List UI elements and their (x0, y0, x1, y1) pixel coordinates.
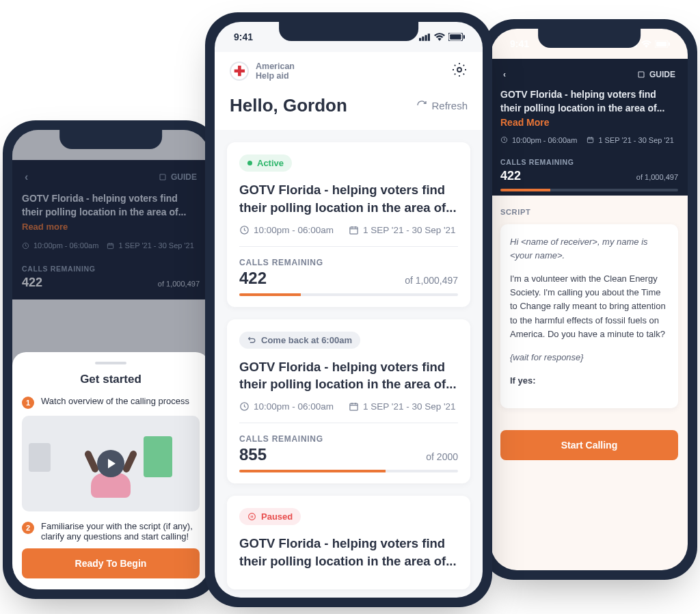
time-meta: 10:00pm - 06:00am (239, 401, 334, 412)
ready-to-begin-button[interactable]: Ready To Begin (22, 548, 200, 578)
back-icon[interactable]: ‹ (503, 70, 506, 79)
guide-button[interactable]: GUIDE (637, 70, 675, 79)
battery-icon (655, 40, 670, 48)
campaign-title: GOTV Florida - helping voters find their… (22, 191, 200, 233)
calendar-icon (107, 242, 114, 250)
campaign-title: GOTV Florida - helping voters find their… (500, 88, 678, 129)
time-meta: 10:00pm - 06:00am (239, 225, 334, 235)
wifi-icon (163, 142, 173, 149)
return-icon (247, 336, 256, 345)
svg-rect-14 (656, 42, 667, 46)
clock-icon (22, 242, 29, 250)
svg-rect-8 (108, 243, 113, 248)
calendar-icon (349, 225, 359, 235)
step-2: 2 Familiarise your with the script (if a… (22, 521, 200, 542)
progress-bar (500, 189, 678, 191)
progress-bar (239, 470, 458, 472)
settings-button[interactable] (451, 62, 468, 81)
script-label: SCRIPT (500, 208, 678, 216)
calls-total: of 2000 (426, 451, 458, 462)
brand-text: American Help aid (256, 62, 295, 81)
campaign-title: GOTV Florida - helping voters find their… (239, 535, 458, 570)
calls-remaining-value: 422 (239, 269, 267, 288)
refresh-button[interactable]: Refresh (416, 100, 468, 111)
progress-bar (239, 293, 458, 296)
read-more-link[interactable]: Read More (500, 117, 550, 128)
time-meta: 10:00pm - 06:00am (500, 136, 577, 144)
refresh-icon (416, 100, 427, 111)
app-logo-icon: ✚ (230, 62, 249, 81)
calls-remaining-value: 422 (500, 169, 521, 183)
cellular-icon (419, 34, 431, 41)
calls-total: of 1,000,497 (405, 275, 458, 286)
svg-rect-21 (428, 34, 430, 41)
play-icon (97, 450, 124, 477)
gear-icon (451, 62, 468, 78)
book-icon (637, 70, 645, 79)
calendar-icon (349, 401, 359, 412)
svg-rect-5 (178, 143, 188, 148)
campaign-title: GOTV Florida - helping voters find their… (239, 358, 458, 394)
clock-icon (500, 136, 508, 144)
date-meta: 1 SEP '21 - 30 Sep '21 (107, 241, 193, 250)
get-started-sheet: Get started 1 Watch overview of the call… (12, 352, 209, 589)
svg-rect-17 (588, 138, 593, 143)
campaign-card[interactable]: Paused GOTV Florida - helping voters fin… (227, 496, 470, 589)
back-icon[interactable]: ‹ (25, 171, 28, 183)
calls-remaining-label: CALLS REMAINING (500, 158, 678, 166)
status-icons (419, 33, 465, 41)
status-badge-paused: Paused (239, 508, 301, 525)
wifi-icon (641, 40, 651, 48)
time-meta: 10:00pm - 06:00am (22, 241, 98, 250)
sheet-grabber[interactable] (95, 362, 126, 364)
start-calling-button[interactable]: Start Calling (500, 430, 678, 460)
svg-rect-6 (190, 144, 191, 147)
phone-right: 9:41 ‹ GUIDE GOTV Florida - helping vote (481, 19, 697, 580)
svg-point-25 (457, 68, 461, 72)
svg-rect-19 (422, 36, 424, 40)
status-time: 9:41 (510, 38, 529, 49)
svg-rect-15 (669, 42, 670, 46)
status-badge-comeback: Come back at 6:00am (239, 332, 360, 349)
pause-icon (247, 512, 256, 521)
campaign-card[interactable]: Active GOTV Florida - helping voters fin… (227, 142, 470, 307)
status-badge-active: Active (239, 155, 292, 172)
svg-rect-20 (425, 35, 427, 41)
campaign-card[interactable]: Come back at 6:00am GOTV Florida - helpi… (227, 319, 470, 484)
calls-remaining-label: CALLS REMAINING (22, 265, 200, 273)
clock-icon (239, 401, 250, 412)
clock-icon (239, 225, 250, 235)
topbar: ✚ American Help aid (215, 52, 483, 88)
calendar-icon (587, 136, 594, 144)
calls-remaining-label: CALLS REMAINING (239, 434, 458, 444)
greeting-text: Hello, Gordon (230, 95, 347, 116)
status-time: 9:41 (234, 31, 253, 42)
calls-remaining-value: 855 (239, 445, 267, 464)
svg-rect-23 (450, 34, 461, 40)
calls-remaining-label: CALLS REMAINING (239, 258, 458, 267)
campaign-title: GOTV Florida - helping voters find their… (239, 181, 458, 217)
calls-remaining-value: 422 (22, 276, 42, 290)
calls-total: of 1,000,497 (636, 173, 678, 181)
book-icon (159, 173, 167, 181)
svg-point-30 (249, 513, 256, 520)
script-card: Hi <name of receiver>, my name is <your … (500, 224, 678, 408)
phone-left: 9:41 ‹ GUIDE GOTV Florida - helping vote (3, 120, 219, 599)
guide-button[interactable]: GUIDE (159, 172, 197, 182)
wifi-icon (434, 33, 445, 41)
phone-center: 9:41 ✚ American Help aid Hello, Gord (205, 12, 492, 607)
sheet-heading: Get started (22, 373, 200, 386)
date-meta: 1 SEP '21 - 30 Sep '21 (587, 136, 673, 144)
read-more-link[interactable]: Read more (22, 222, 68, 232)
date-meta: 1 SEP '21 - 30 Sep '21 (349, 401, 456, 412)
battery-icon (448, 33, 465, 41)
battery-icon (176, 142, 191, 149)
overview-video[interactable] (22, 416, 200, 511)
calls-total: of 1,000,497 (158, 280, 200, 288)
svg-rect-27 (350, 227, 358, 234)
step-1: 1 Watch overview of the calling process (22, 396, 200, 409)
svg-rect-18 (419, 38, 421, 40)
svg-rect-24 (463, 35, 465, 38)
status-time: 9:41 (31, 139, 51, 150)
svg-rect-29 (350, 403, 358, 410)
